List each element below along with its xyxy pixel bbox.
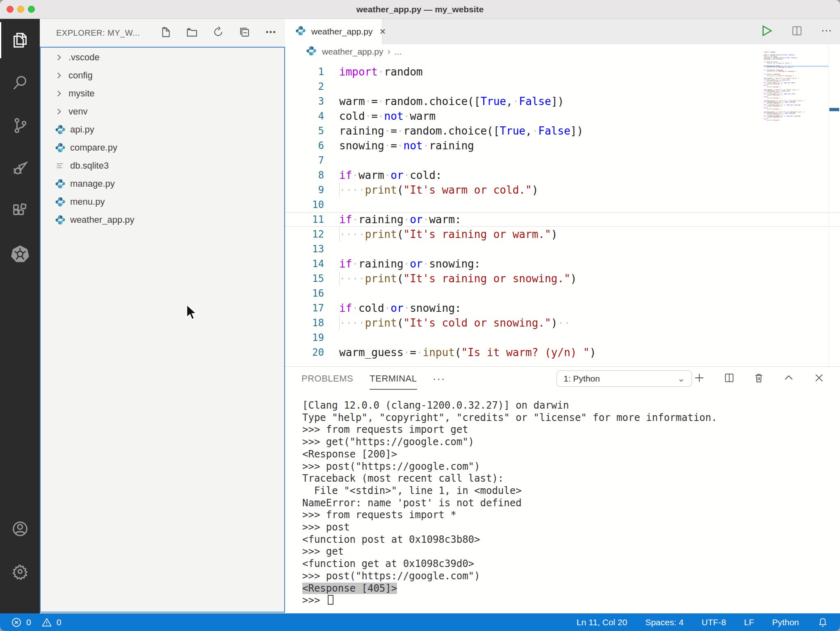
terminal-line: NameError: name 'post' is not defined — [302, 497, 827, 510]
tab-close-icon[interactable]: ✕ — [379, 27, 386, 37]
code-line-14[interactable]: 14if·raining·or·snowing: — [285, 256, 840, 271]
explorer-icon[interactable] — [0, 19, 40, 62]
kill-terminal-icon[interactable] — [753, 372, 765, 385]
line-number: 16 — [285, 286, 324, 301]
status-bar: 0 0 Ln 11, Col 20 Spaces: 4 UTF-8 LF Pyt… — [0, 613, 840, 631]
tree-file-db.sqlite3[interactable]: db.sqlite3 — [40, 157, 285, 175]
tab-terminal[interactable]: TERMINAL — [370, 367, 417, 391]
breadcrumb[interactable]: weather_app.py › ... — [285, 44, 840, 59]
code-editor[interactable]: 1import·random23warm·=·random.choice([Tr… — [285, 59, 840, 366]
new-file-icon[interactable] — [160, 26, 172, 40]
breadcrumb-more[interactable]: ... — [395, 47, 402, 57]
code-line-17[interactable]: 17if·cold·or·snowing: — [285, 301, 840, 316]
search-icon[interactable] — [0, 62, 40, 104]
tree-folder-config[interactable]: config — [40, 66, 285, 85]
code-line-19[interactable]: 19 — [285, 330, 840, 345]
notifications-bell-icon[interactable] — [817, 617, 829, 628]
source-control-icon[interactable] — [0, 104, 40, 147]
terminal-line: File "<stdin>", line 1, in <module> — [302, 485, 827, 497]
indentation[interactable]: Spaces: 4 — [645, 617, 683, 627]
terminal-line: >>> post("https://google.com") — [302, 570, 827, 583]
terminal-line: <Response [200]> — [302, 448, 827, 461]
terminal-output[interactable]: [Clang 12.0.0 (clang-1200.0.32.27)] on d… — [302, 400, 827, 607]
tree-folder-mysite[interactable]: mysite — [40, 85, 285, 103]
code-line-7[interactable]: 7 — [285, 153, 840, 168]
new-terminal-icon[interactable] — [693, 372, 705, 386]
line-number: 18 — [285, 316, 324, 330]
explorer-more-actions-icon[interactable] — [265, 26, 277, 40]
code-line-15[interactable]: 15····print("It's raining or snowing.") — [285, 271, 840, 286]
python-file-icon — [55, 124, 70, 135]
code-line-5[interactable]: 5raining·=·random.choice([True,·False]) — [285, 123, 840, 138]
line-number: 8 — [285, 168, 324, 183]
terminal-select[interactable]: 1: Python ⌄ — [557, 370, 692, 387]
code-line-9[interactable]: 9····print("It's warm or cold.") — [285, 183, 840, 197]
extensions-icon[interactable] — [0, 190, 40, 232]
code-line-18[interactable]: 18····print("It's cold or snowing.")·· — [285, 316, 840, 330]
run-python-file-icon[interactable] — [760, 24, 774, 39]
tree-folder-.vscode[interactable]: .vscode — [40, 48, 285, 66]
tree-item-label: .vscode — [68, 52, 100, 63]
file-tree: .vscodeconfigmysitevenvapi.pycompare.pyd… — [40, 48, 285, 229]
tree-folder-venv[interactable]: venv — [40, 103, 285, 121]
maximize-panel-icon[interactable] — [783, 372, 795, 386]
tab-problems[interactable]: PROBLEMS — [301, 367, 353, 391]
code-line-20[interactable]: 20warm_guess·=·input("Is it warm? (y/n) … — [285, 345, 840, 360]
tree-item-label: db.sqlite3 — [70, 160, 109, 171]
close-panel-icon[interactable] — [813, 372, 825, 386]
kubernetes-icon[interactable] — [0, 232, 40, 275]
breadcrumb-file[interactable]: weather_app.py — [322, 47, 383, 57]
terminal-line: Traceback (most recent call last): — [302, 473, 827, 485]
line-number: 13 — [285, 242, 324, 256]
split-terminal-icon[interactable] — [724, 372, 735, 385]
cursor-position[interactable]: Ln 11, Col 20 — [577, 617, 627, 627]
chevron-right-icon — [55, 53, 68, 62]
tree-file-manage.py[interactable]: manage.py — [40, 175, 285, 193]
code-line-12[interactable]: 12····print("It's raining or warm.") — [285, 227, 840, 242]
tree-item-label: manage.py — [70, 178, 115, 189]
code-line-13[interactable]: 13 — [285, 242, 840, 256]
tree-file-weather_app.py[interactable]: weather_app.py — [40, 211, 285, 229]
tab-weather-app[interactable]: weather_app.py ✕ — [285, 19, 382, 44]
code-line-8[interactable]: 8if·warm·or·cold: — [285, 168, 840, 183]
panel-more-icon[interactable]: ··· — [433, 373, 446, 385]
settings-gear-icon[interactable] — [0, 550, 40, 593]
warnings-icon[interactable] — [41, 617, 52, 628]
overview-ruler[interactable] — [829, 19, 840, 366]
encoding[interactable]: UTF-8 — [702, 617, 726, 627]
chevron-right-icon — [55, 71, 68, 80]
collapse-folders-icon[interactable] — [238, 26, 251, 40]
accounts-icon[interactable] — [0, 508, 40, 550]
database-file-icon — [55, 160, 70, 171]
code-line-10[interactable]: 10 — [285, 197, 840, 212]
split-editor-icon[interactable] — [791, 25, 803, 39]
tree-file-compare.py[interactable]: compare.py — [40, 139, 285, 157]
minimap[interactable]: import randomwarm = random.choice([True,… — [764, 44, 829, 217]
code-line-3[interactable]: 3warm·=·random.choice([True,·False]) — [285, 94, 840, 109]
panel-header: PROBLEMS TERMINAL ··· 1: Python ⌄ — [285, 367, 840, 391]
python-file-icon — [55, 178, 70, 190]
overview-cursor-marker — [829, 108, 839, 111]
eol-sequence[interactable]: LF — [744, 617, 754, 627]
chevron-right-icon — [55, 107, 68, 116]
tree-file-api.py[interactable]: api.py — [40, 121, 285, 139]
code-line-11[interactable]: 11if·raining·or·warm: — [285, 212, 840, 227]
code-line-1[interactable]: 1import·random — [285, 64, 840, 79]
code-line-2[interactable]: 2 — [285, 79, 840, 94]
terminal-line: >>> post("https://google.com") — [302, 461, 827, 473]
terminal-line: Type "help", "copyright", "credits" or "… — [302, 412, 827, 424]
run-and-debug-icon[interactable] — [0, 147, 40, 190]
language-mode[interactable]: Python — [772, 617, 799, 627]
tree-item-label: weather_app.py — [70, 215, 135, 225]
tree-file-menu.py[interactable]: menu.py — [40, 193, 285, 211]
new-folder-icon[interactable] — [186, 26, 198, 40]
code-line-4[interactable]: 4cold·=·not·warm — [285, 109, 840, 123]
refresh-explorer-icon[interactable] — [212, 26, 224, 40]
errors-icon[interactable] — [11, 617, 22, 628]
code-line-16[interactable]: 16 — [285, 286, 840, 301]
line-number: 5 — [285, 123, 324, 138]
explorer-title: EXPLORER: MY_W... — [56, 28, 140, 38]
code-line-6[interactable]: 6snowing·=·not·raining — [285, 138, 840, 153]
tree-item-label: api.py — [70, 124, 94, 135]
line-number: 14 — [285, 256, 324, 271]
